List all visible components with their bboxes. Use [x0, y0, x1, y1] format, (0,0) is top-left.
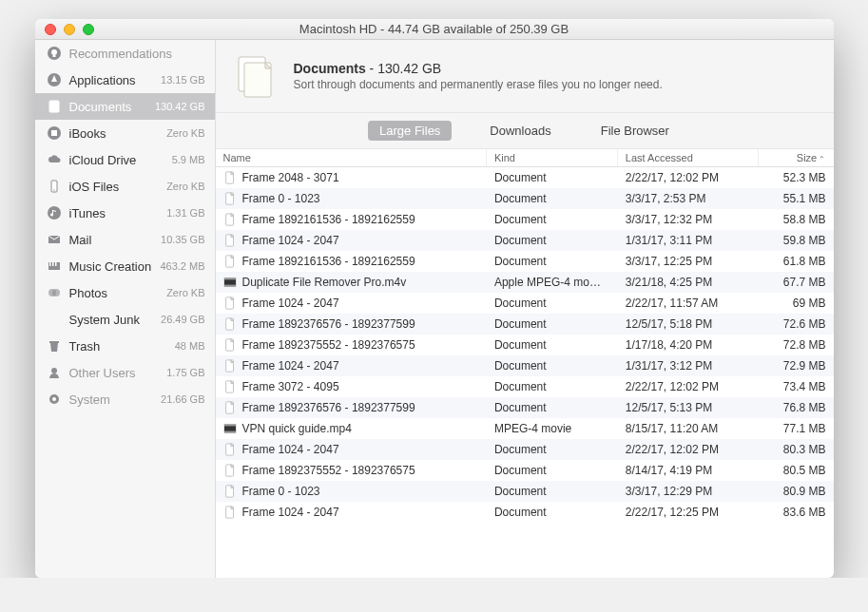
sidebar-item-documents[interactable]: Documents130.42 GB — [35, 93, 215, 120]
sidebar-item-itunes[interactable]: iTunes1.31 GB — [35, 200, 215, 226]
tab-downloads[interactable]: Downloads — [478, 121, 562, 141]
svg-point-1 — [51, 49, 57, 55]
sidebar-item-trash[interactable]: Trash48 MB — [35, 333, 215, 359]
file-last-accessed: 12/5/17, 5:13 PM — [618, 401, 759, 414]
column-header-name[interactable]: Name — [216, 149, 487, 166]
document-icon — [223, 337, 237, 353]
table-row[interactable]: Frame 1892375552 - 1892376575Document1/1… — [216, 335, 834, 355]
document-icon — [223, 400, 237, 415]
close-button[interactable] — [45, 24, 56, 35]
sidebar-item-size: Zero KB — [166, 287, 204, 298]
sidebar-item-ios-files[interactable]: iOS FilesZero KB — [35, 173, 215, 200]
cloud-icon — [47, 152, 62, 167]
file-name: Frame 1892376576 - 1892377599 — [242, 401, 415, 414]
svg-rect-39 — [223, 431, 235, 433]
file-kind: Document — [487, 317, 618, 331]
table-row[interactable]: Frame 1024 - 2047Document2/22/17, 12:02 … — [216, 439, 834, 460]
svg-rect-14 — [55, 262, 57, 266]
table-row[interactable]: Frame 0 - 1023Document3/3/17, 12:29 PM80… — [216, 481, 834, 502]
sidebar-item-size: 13.15 GB — [161, 74, 204, 86]
svg-rect-12 — [49, 262, 51, 266]
file-size: 80.9 MB — [759, 485, 834, 498]
table-row[interactable]: Frame 1892375552 - 1892376575Document8/1… — [216, 460, 834, 481]
svg-rect-38 — [223, 425, 235, 427]
sidebar-item-size: 1.75 GB — [166, 367, 204, 378]
banner-subtitle: Sort through documents and permanently e… — [294, 78, 663, 91]
sidebar-item-system-junk[interactable]: System Junk26.49 GB — [35, 306, 215, 333]
column-header-kind[interactable]: Kind — [487, 149, 618, 166]
sidebar-item-label: iBooks — [69, 126, 160, 141]
file-last-accessed: 2/22/17, 12:02 PM — [618, 380, 759, 393]
sidebar-item-other-users[interactable]: Other Users1.75 GB — [35, 359, 215, 386]
document-icon — [223, 379, 237, 394]
sidebar-item-label: Other Users — [69, 366, 160, 380]
file-size: 83.6 MB — [759, 506, 834, 519]
sidebar-item-label: Recommendations — [69, 47, 198, 61]
column-header-size[interactable]: Size — [759, 149, 834, 166]
minimize-button[interactable] — [64, 24, 75, 35]
sidebar-item-ibooks[interactable]: iBooksZero KB — [35, 120, 215, 146]
file-kind: Document — [487, 192, 618, 205]
table-row[interactable]: Frame 2048 - 3071Document2/22/17, 12:02 … — [216, 167, 834, 188]
table-row[interactable]: VPN quick guide.mp4MPEG-4 movie8/15/17, … — [216, 418, 834, 439]
file-name: Frame 3072 - 4095 — [242, 380, 339, 393]
sidebar-item-mail[interactable]: Mail10.35 GB — [35, 226, 215, 253]
file-name: Duplicate File Remover Pro.m4v — [242, 276, 407, 289]
svg-point-16 — [52, 289, 60, 296]
zoom-button[interactable] — [83, 24, 94, 35]
document-icon — [223, 484, 237, 499]
column-header-last-accessed[interactable]: Last Accessed — [618, 149, 759, 166]
file-size: 67.7 MB — [759, 276, 834, 289]
table-row[interactable]: Frame 1024 - 2047Document1/31/17, 3:12 P… — [216, 355, 834, 376]
file-name: Frame 1892376576 - 1892377599 — [242, 317, 415, 331]
table-row[interactable]: Frame 1892161536 - 1892162559Document3/3… — [216, 251, 834, 272]
file-size: 72.9 MB — [759, 359, 834, 373]
svg-rect-17 — [49, 341, 59, 343]
sidebar-item-system[interactable]: System21.66 GB — [35, 386, 215, 412]
sidebar-item-size: 463.2 MB — [160, 260, 204, 272]
titlebar[interactable]: Macintosh HD - 44.74 GB available of 250… — [35, 19, 834, 40]
sidebar-item-label: Mail — [69, 233, 154, 247]
sidebar-item-label: iOS Files — [69, 180, 160, 194]
documents-icon — [233, 53, 279, 99]
table-row[interactable]: Frame 0 - 1023Document3/3/17, 2:53 PM55.… — [216, 188, 834, 209]
table-row[interactable]: Frame 1024 - 2047Document2/22/17, 11:57 … — [216, 293, 834, 314]
table-row[interactable]: Frame 1892376576 - 1892377599Document12/… — [216, 397, 834, 418]
table-row[interactable]: Frame 1892161536 - 1892162559Document3/3… — [216, 209, 834, 230]
category-banner: Documents - 130.42 GB Sort through docum… — [216, 40, 834, 113]
file-name: Frame 1892375552 - 1892376575 — [242, 338, 415, 352]
sidebar-item-applications[interactable]: Applications13.15 GB — [35, 67, 215, 93]
file-kind: Document — [487, 213, 618, 226]
file-last-accessed: 3/21/18, 4:25 PM — [618, 276, 759, 289]
tabs: Large FilesDownloadsFile Browser — [216, 113, 834, 149]
sidebar-item-label: Documents — [69, 100, 147, 114]
sidebar-item-label: iCloud Drive — [69, 153, 164, 167]
table-row[interactable]: Frame 3072 - 4095Document2/22/17, 12:02 … — [216, 376, 834, 397]
doc-icon — [47, 99, 62, 114]
tab-file-browser[interactable]: File Browser — [589, 121, 681, 141]
video-icon — [223, 275, 237, 290]
file-size: 73.4 MB — [759, 380, 834, 393]
file-kind: Document — [487, 338, 618, 352]
table-row[interactable]: Frame 1892376576 - 1892377599Document12/… — [216, 314, 834, 335]
file-last-accessed: 1/17/18, 4:20 PM — [618, 338, 759, 352]
file-last-accessed: 2/22/17, 11:57 AM — [618, 296, 759, 310]
file-name: Frame 1024 - 2047 — [242, 359, 339, 373]
sidebar-item-music-creation[interactable]: Music Creation463.2 MB — [35, 253, 215, 279]
sidebar-item-icloud-drive[interactable]: iCloud Drive5.9 MB — [35, 146, 215, 173]
tab-large-files[interactable]: Large Files — [368, 121, 452, 141]
file-size: 72.6 MB — [759, 317, 834, 331]
sidebar-item-recommendations[interactable]: Recommendations — [35, 40, 215, 67]
sidebar-item-size: 10.35 GB — [161, 234, 204, 245]
user-icon — [47, 365, 62, 380]
document-icon — [223, 463, 237, 478]
file-table[interactable]: NameKindLast AccessedSize Frame 2048 - 3… — [216, 149, 834, 578]
table-row[interactable]: Frame 1024 - 2047Document1/31/17, 3:11 P… — [216, 230, 834, 251]
table-row[interactable]: Frame 1024 - 2047Document2/22/17, 12:25 … — [216, 502, 834, 523]
sidebar-item-label: Applications — [69, 73, 154, 87]
table-row[interactable]: Duplicate File Remover Pro.m4vApple MPEG… — [216, 272, 834, 293]
file-last-accessed: 2/22/17, 12:02 PM — [618, 171, 759, 184]
sidebar-item-photos[interactable]: PhotosZero KB — [35, 279, 215, 306]
file-size: 80.5 MB — [759, 464, 834, 477]
table-body: Frame 2048 - 3071Document2/22/17, 12:02 … — [216, 167, 834, 523]
